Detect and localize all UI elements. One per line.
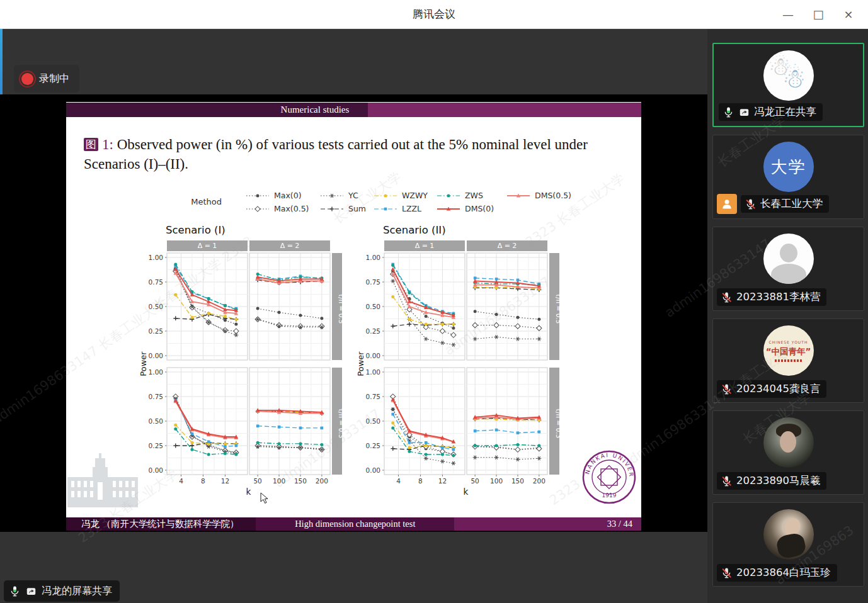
svg-text:1.00: 1.00 xyxy=(366,254,380,261)
maximize-button[interactable]: □ xyxy=(808,4,829,25)
svg-text:τ/n = 0.5: τ/n = 0.5 xyxy=(555,293,562,324)
screen-share-icon xyxy=(25,585,37,597)
snowman-icon: ☃ xyxy=(782,63,806,94)
svg-text:1919: 1919 xyxy=(602,492,617,499)
participant-tile-university[interactable]: 大学 xyxy=(712,135,864,219)
screen-share-status-bar: 冯龙的屏幕共享 xyxy=(4,580,120,602)
avatar: ☃ ☃ xyxy=(763,50,814,101)
slide-header-accent xyxy=(368,103,641,117)
nankai-university-seal: NANKAI UNIVERSITY 1919 xyxy=(581,449,637,505)
svg-text:200: 200 xyxy=(533,477,545,485)
mic-muted-icon xyxy=(721,291,733,303)
svg-text:8: 8 xyxy=(418,477,423,485)
participant-tile-baimayuzhen[interactable]: 20233864白玛玉珍 xyxy=(712,502,864,587)
window-title: 腾讯会议 xyxy=(0,7,868,21)
avatar xyxy=(763,234,814,284)
svg-text:50: 50 xyxy=(471,477,479,485)
svg-text:0.25: 0.25 xyxy=(149,327,163,335)
mic-muted-icon xyxy=(745,198,757,210)
svg-text:1.00: 1.00 xyxy=(149,254,163,261)
svg-text:0.50: 0.50 xyxy=(366,417,380,425)
mouse-cursor xyxy=(260,492,270,505)
titlebar: 腾讯会议 — □ × xyxy=(0,0,868,29)
svg-text:0.75: 0.75 xyxy=(366,278,380,286)
participant-tile-lilinying[interactable]: 20233881李林营 xyxy=(712,227,864,311)
tencent-meeting-window: 腾讯会议 — □ × 录制中 Numerical studies 图 xyxy=(0,0,868,603)
presentation-slide: Numerical studies 图1: Observed power (in… xyxy=(66,102,641,531)
figure-caption: 图1: Observed power (in %) of various tes… xyxy=(84,135,626,174)
person-silhouette-icon xyxy=(780,244,797,262)
mic-muted-icon xyxy=(721,567,733,579)
host-badge-icon xyxy=(717,194,737,214)
svg-text:τ/n = 0.5: τ/n = 0.5 xyxy=(338,293,345,324)
svg-text:0.50: 0.50 xyxy=(149,417,163,425)
svg-text:0.25: 0.25 xyxy=(366,327,380,335)
svg-text:Δ = 2: Δ = 2 xyxy=(498,242,517,250)
svg-text:k: k xyxy=(246,487,251,497)
svg-text:Power: Power xyxy=(139,351,148,376)
participant-name: 长春工业大学 xyxy=(760,197,823,211)
svg-text:150: 150 xyxy=(294,477,307,485)
svg-text:1.00: 1.00 xyxy=(366,368,380,376)
mic-muted-icon xyxy=(721,383,733,395)
svg-text:4: 4 xyxy=(396,477,401,485)
svg-text:Max(0): Max(0) xyxy=(274,191,302,200)
participant-name: 20233881李林营 xyxy=(736,290,820,304)
window-controls: — □ × xyxy=(777,0,859,28)
mic-muted-icon xyxy=(721,475,733,487)
svg-text:200: 200 xyxy=(316,477,328,485)
svg-text:Δ = 1: Δ = 1 xyxy=(415,242,435,250)
svg-text:0.50: 0.50 xyxy=(149,303,163,310)
svg-text:0.25: 0.25 xyxy=(149,442,163,449)
svg-text:τ/n = 0.3: τ/n = 0.3 xyxy=(555,408,562,439)
participant-tile-fenglong[interactable]: ☃ ☃ xyxy=(712,43,864,127)
shared-screen-area: 录制中 Numerical studies 图1: Observed power… xyxy=(0,28,707,603)
svg-text:Scenario (I): Scenario (I) xyxy=(166,224,226,236)
figure-badge: 图 xyxy=(84,138,98,151)
recording-dot-icon xyxy=(21,73,33,85)
avatar-photo xyxy=(763,509,814,560)
svg-text:WZWY: WZWY xyxy=(402,191,428,200)
recording-indicator[interactable]: 录制中 xyxy=(14,65,79,93)
avatar-logo-top-text: CHINESE YOUTH xyxy=(769,340,808,344)
avatar: 大学 xyxy=(763,142,814,192)
close-button[interactable]: × xyxy=(838,4,859,25)
power-chart: MethodMax(0)Max(0.5)YCSumWZWYLZZLZWSDMS(… xyxy=(66,183,641,500)
svg-text:0.75: 0.75 xyxy=(366,393,380,400)
svg-text:Δ = 1: Δ = 1 xyxy=(198,242,217,250)
svg-text:YC: YC xyxy=(348,191,358,200)
slide-footer-bar: 冯龙 （南开大学统计与数据科学学院） High dimension change… xyxy=(66,517,641,531)
avatar: CHINESE YOUTH “中国青年” xyxy=(763,325,814,376)
svg-text:150: 150 xyxy=(511,477,524,485)
svg-text:NANKAI UNIVERSITY: NANKAI UNIVERSITY xyxy=(581,449,634,478)
svg-text:12: 12 xyxy=(221,477,229,485)
svg-text:0.00: 0.00 xyxy=(366,466,380,474)
svg-text:Sum: Sum xyxy=(348,204,366,213)
svg-text:0.75: 0.75 xyxy=(149,278,163,286)
participant-tile-gongliangyan[interactable]: CHINESE YOUTH “中国青年” 20234045龚良言 xyxy=(712,318,864,403)
participant-tile-machenxi[interactable]: 20233890马晨羲 xyxy=(712,410,864,495)
footer-talk-title: High dimension changepoint test xyxy=(256,517,454,531)
svg-text:Max(0.5): Max(0.5) xyxy=(274,204,309,213)
svg-text:50: 50 xyxy=(253,477,261,485)
svg-text:Power: Power xyxy=(356,351,365,376)
mic-on-icon xyxy=(722,106,734,118)
svg-text:τ/n = 0.3: τ/n = 0.3 xyxy=(338,408,345,439)
svg-text:1.00: 1.00 xyxy=(149,368,163,376)
participant-name: 20234045龚良言 xyxy=(736,382,820,396)
slide-section-title: Numerical studies xyxy=(281,104,350,115)
participant-name: 20233864白玛玉珍 xyxy=(736,566,831,580)
recording-label: 录制中 xyxy=(39,72,69,86)
svg-text:k: k xyxy=(464,487,469,497)
svg-text:0.00: 0.00 xyxy=(149,352,163,359)
minimize-button[interactable]: — xyxy=(777,4,799,25)
avatar-logo-main-text: “中国青年” xyxy=(766,346,811,358)
avatar-text: 大学 xyxy=(771,156,806,178)
svg-text:100: 100 xyxy=(490,477,503,485)
figure-caption-text: Observed power (in %) of various tests c… xyxy=(84,137,588,172)
slide-header-bar: Numerical studies xyxy=(66,103,641,117)
participant-name: 冯龙正在共享 xyxy=(754,105,816,119)
svg-text:0.25: 0.25 xyxy=(366,442,380,449)
svg-text:100: 100 xyxy=(273,477,285,485)
svg-text:DMS(0.5): DMS(0.5) xyxy=(535,191,571,200)
